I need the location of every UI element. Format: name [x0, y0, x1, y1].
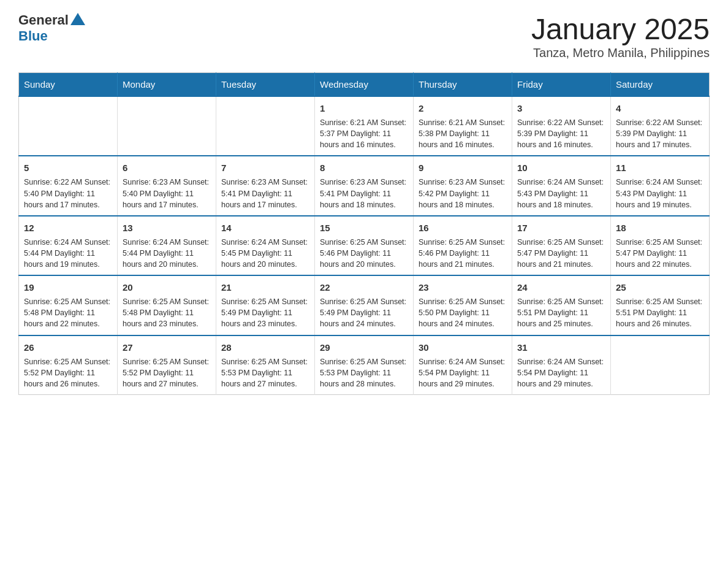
calendar-cell [216, 96, 315, 156]
day-number: 23 [419, 281, 507, 294]
day-number: 29 [320, 341, 408, 354]
calendar-cell: 6Sunrise: 6:23 AM Sunset: 5:40 PM Daylig… [118, 156, 216, 215]
day-number: 3 [517, 102, 605, 115]
day-number: 20 [123, 281, 211, 294]
calendar-cell: 11Sunrise: 6:24 AM Sunset: 5:43 PM Dayli… [611, 156, 710, 215]
day-number: 1 [320, 102, 408, 115]
day-info: Sunrise: 6:25 AM Sunset: 5:49 PM Dayligh… [320, 296, 408, 329]
day-info: Sunrise: 6:24 AM Sunset: 5:43 PM Dayligh… [616, 177, 704, 210]
calendar-table: SundayMondayTuesdayWednesdayThursdayFrid… [18, 72, 710, 395]
day-info: Sunrise: 6:23 AM Sunset: 5:41 PM Dayligh… [320, 177, 408, 210]
calendar-cell: 29Sunrise: 6:25 AM Sunset: 5:53 PM Dayli… [315, 335, 414, 395]
day-info: Sunrise: 6:21 AM Sunset: 5:38 PM Dayligh… [419, 117, 507, 150]
calendar-week-row: 12Sunrise: 6:24 AM Sunset: 5:44 PM Dayli… [19, 216, 710, 275]
day-number: 6 [123, 161, 211, 174]
calendar-cell [611, 335, 710, 395]
calendar-cell: 5Sunrise: 6:22 AM Sunset: 5:40 PM Daylig… [19, 156, 118, 215]
page-title: January 2025 [531, 12, 710, 46]
day-number: 22 [320, 281, 408, 294]
calendar-cell: 28Sunrise: 6:25 AM Sunset: 5:53 PM Dayli… [216, 335, 315, 395]
calendar-cell: 7Sunrise: 6:23 AM Sunset: 5:41 PM Daylig… [216, 156, 315, 215]
day-number: 4 [616, 102, 704, 115]
day-info: Sunrise: 6:23 AM Sunset: 5:40 PM Dayligh… [123, 177, 211, 210]
day-number: 31 [517, 341, 605, 354]
weekday-header-tuesday: Tuesday [216, 73, 315, 97]
calendar-cell [19, 96, 118, 156]
day-info: Sunrise: 6:25 AM Sunset: 5:48 PM Dayligh… [24, 296, 112, 329]
calendar-cell: 23Sunrise: 6:25 AM Sunset: 5:50 PM Dayli… [414, 275, 512, 335]
day-info: Sunrise: 6:21 AM Sunset: 5:37 PM Dayligh… [320, 117, 408, 150]
calendar-cell: 1Sunrise: 6:21 AM Sunset: 5:37 PM Daylig… [315, 96, 414, 156]
day-info: Sunrise: 6:24 AM Sunset: 5:43 PM Dayligh… [517, 177, 605, 210]
day-number: 8 [320, 161, 408, 174]
calendar-cell: 10Sunrise: 6:24 AM Sunset: 5:43 PM Dayli… [512, 156, 611, 215]
day-number: 13 [123, 221, 211, 234]
calendar-header-row: SundayMondayTuesdayWednesdayThursdayFrid… [19, 73, 710, 97]
calendar-cell: 4Sunrise: 6:22 AM Sunset: 5:39 PM Daylig… [611, 96, 710, 156]
day-info: Sunrise: 6:22 AM Sunset: 5:39 PM Dayligh… [517, 117, 605, 150]
calendar-cell: 13Sunrise: 6:24 AM Sunset: 5:44 PM Dayli… [118, 216, 216, 275]
day-number: 12 [24, 221, 112, 234]
weekday-header-wednesday: Wednesday [315, 73, 414, 97]
day-info: Sunrise: 6:24 AM Sunset: 5:44 PM Dayligh… [123, 237, 211, 270]
day-info: Sunrise: 6:25 AM Sunset: 5:48 PM Dayligh… [123, 296, 211, 329]
day-info: Sunrise: 6:24 AM Sunset: 5:54 PM Dayligh… [419, 356, 507, 389]
calendar-cell: 14Sunrise: 6:24 AM Sunset: 5:45 PM Dayli… [216, 216, 315, 275]
day-info: Sunrise: 6:24 AM Sunset: 5:44 PM Dayligh… [24, 237, 112, 270]
day-number: 2 [419, 102, 507, 115]
calendar-week-row: 26Sunrise: 6:25 AM Sunset: 5:52 PM Dayli… [19, 335, 710, 395]
day-number: 19 [24, 281, 112, 294]
logo: General Blue [18, 12, 85, 44]
day-info: Sunrise: 6:25 AM Sunset: 5:51 PM Dayligh… [616, 296, 704, 329]
logo-triangle-icon [70, 13, 85, 25]
calendar-cell: 31Sunrise: 6:24 AM Sunset: 5:54 PM Dayli… [512, 335, 611, 395]
day-number: 15 [320, 221, 408, 234]
calendar-cell: 27Sunrise: 6:25 AM Sunset: 5:52 PM Dayli… [118, 335, 216, 395]
calendar-cell [118, 96, 216, 156]
calendar-cell: 20Sunrise: 6:25 AM Sunset: 5:48 PM Dayli… [118, 275, 216, 335]
page-header: General Blue January 2025 Tanza, Metro M… [18, 12, 710, 60]
day-info: Sunrise: 6:25 AM Sunset: 5:47 PM Dayligh… [517, 237, 605, 270]
calendar-cell: 2Sunrise: 6:21 AM Sunset: 5:38 PM Daylig… [414, 96, 512, 156]
calendar-cell: 8Sunrise: 6:23 AM Sunset: 5:41 PM Daylig… [315, 156, 414, 215]
day-number: 25 [616, 281, 704, 294]
calendar-cell: 9Sunrise: 6:23 AM Sunset: 5:42 PM Daylig… [414, 156, 512, 215]
day-number: 11 [616, 161, 704, 174]
logo-text-blue: Blue [18, 28, 48, 44]
weekday-header-friday: Friday [512, 73, 611, 97]
day-number: 10 [517, 161, 605, 174]
day-info: Sunrise: 6:22 AM Sunset: 5:40 PM Dayligh… [24, 177, 112, 210]
calendar-week-row: 5Sunrise: 6:22 AM Sunset: 5:40 PM Daylig… [19, 156, 710, 215]
day-number: 9 [419, 161, 507, 174]
day-info: Sunrise: 6:25 AM Sunset: 5:47 PM Dayligh… [616, 237, 704, 270]
day-info: Sunrise: 6:24 AM Sunset: 5:45 PM Dayligh… [221, 237, 309, 270]
logo-text-general: General [18, 12, 69, 28]
day-info: Sunrise: 6:25 AM Sunset: 5:46 PM Dayligh… [419, 237, 507, 270]
calendar-cell: 16Sunrise: 6:25 AM Sunset: 5:46 PM Dayli… [414, 216, 512, 275]
calendar-cell: 24Sunrise: 6:25 AM Sunset: 5:51 PM Dayli… [512, 275, 611, 335]
calendar-cell: 15Sunrise: 6:25 AM Sunset: 5:46 PM Dayli… [315, 216, 414, 275]
day-number: 5 [24, 161, 112, 174]
day-info: Sunrise: 6:25 AM Sunset: 5:52 PM Dayligh… [24, 356, 112, 389]
calendar-cell: 21Sunrise: 6:25 AM Sunset: 5:49 PM Dayli… [216, 275, 315, 335]
day-info: Sunrise: 6:25 AM Sunset: 5:53 PM Dayligh… [320, 356, 408, 389]
day-info: Sunrise: 6:23 AM Sunset: 5:42 PM Dayligh… [419, 177, 507, 210]
weekday-header-saturday: Saturday [611, 73, 710, 97]
day-number: 28 [221, 341, 309, 354]
calendar-cell: 18Sunrise: 6:25 AM Sunset: 5:47 PM Dayli… [611, 216, 710, 275]
calendar-cell: 17Sunrise: 6:25 AM Sunset: 5:47 PM Dayli… [512, 216, 611, 275]
day-number: 27 [123, 341, 211, 354]
weekday-header-sunday: Sunday [19, 73, 118, 97]
weekday-header-monday: Monday [118, 73, 216, 97]
title-area: January 2025 Tanza, Metro Manila, Philip… [531, 12, 710, 60]
day-number: 7 [221, 161, 309, 174]
weekday-header-thursday: Thursday [414, 73, 512, 97]
calendar-cell: 22Sunrise: 6:25 AM Sunset: 5:49 PM Dayli… [315, 275, 414, 335]
day-info: Sunrise: 6:25 AM Sunset: 5:52 PM Dayligh… [123, 356, 211, 389]
calendar-cell: 19Sunrise: 6:25 AM Sunset: 5:48 PM Dayli… [19, 275, 118, 335]
calendar-cell: 30Sunrise: 6:24 AM Sunset: 5:54 PM Dayli… [414, 335, 512, 395]
calendar-cell: 3Sunrise: 6:22 AM Sunset: 5:39 PM Daylig… [512, 96, 611, 156]
day-info: Sunrise: 6:23 AM Sunset: 5:41 PM Dayligh… [221, 177, 309, 210]
calendar-cell: 26Sunrise: 6:25 AM Sunset: 5:52 PM Dayli… [19, 335, 118, 395]
day-info: Sunrise: 6:25 AM Sunset: 5:51 PM Dayligh… [517, 296, 605, 329]
